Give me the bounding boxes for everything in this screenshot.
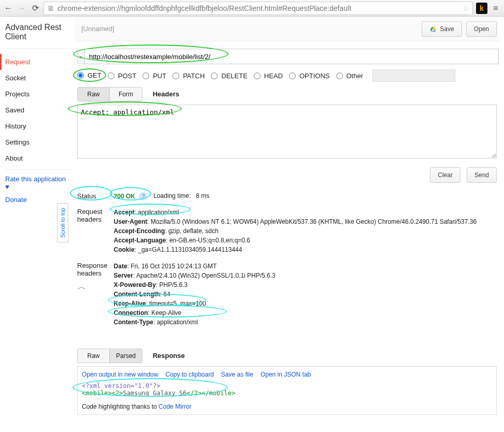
method-radio-options[interactable]: [289, 73, 296, 79]
hamburger-icon[interactable]: ≡: [491, 4, 501, 13]
info-icon[interactable]: ?: [139, 192, 147, 200]
method-get[interactable]: GET: [77, 71, 102, 79]
nav-item-projects[interactable]: Projects: [5, 86, 71, 102]
method-post[interactable]: POST: [108, 72, 136, 80]
request-name: [Unnamed]: [81, 25, 114, 33]
rate-link[interactable]: Rate this application ♥: [5, 175, 71, 191]
status-code: 200: [114, 193, 124, 200]
browser-toolbar: ← → ⟳ 🗎 chrome-extension://hgmloofddffdn…: [0, 0, 504, 17]
loading-time-value: 8 ms: [196, 192, 209, 199]
nav-item-history[interactable]: History: [5, 118, 71, 134]
nav-item-request[interactable]: Request: [0, 54, 71, 70]
method-radio-get[interactable]: [77, 72, 84, 79]
open-output-link[interactable]: Open output in new window: [82, 371, 158, 378]
method-radio-head[interactable]: [254, 73, 261, 79]
star-icon[interactable]: ☆: [463, 4, 469, 12]
method-options[interactable]: OPTIONS: [289, 72, 330, 80]
response-body: <?xml version="1.0"?> <mobile><2>Samsung…: [82, 382, 492, 397]
response-tab-raw[interactable]: Raw: [78, 349, 110, 363]
app-title: Advanced Rest Client: [5, 23, 71, 41]
method-put[interactable]: PUT: [142, 72, 166, 80]
request-headers-label: Request headers: [77, 207, 114, 255]
method-radio-post[interactable]: [108, 73, 114, 79]
header-line: Connection: Keep-Alive: [114, 308, 495, 318]
status-value: 200 OK ?: [114, 191, 154, 201]
method-radio-other[interactable]: [336, 73, 343, 79]
gdrive-icon: [429, 26, 437, 32]
headers-textarea[interactable]: Accept: application/xml: [77, 105, 497, 159]
header-line: Accept-Language: en-GB,en-US;q=0.8,en;q=…: [114, 236, 495, 245]
header-line: Server: Apache/2.4.10 (Win32) OpenSSL/1.…: [114, 271, 495, 280]
method-radio-delete[interactable]: [211, 73, 218, 79]
back-icon[interactable]: ←: [3, 4, 13, 13]
headers-tab-form[interactable]: Form: [110, 88, 142, 101]
method-radio-put[interactable]: [142, 73, 149, 79]
url-row: ▸: [77, 49, 499, 64]
header-line: X-Powered-By: PHP/5.6.3: [114, 280, 495, 290]
nav-item-saved[interactable]: Saved: [5, 102, 71, 118]
response-box: Open output in new window Copy to clipbo…: [77, 366, 497, 415]
copy-clipboard-link[interactable]: Copy to clipboard: [165, 371, 213, 378]
method-other[interactable]: Other: [336, 72, 364, 80]
divider: [5, 169, 71, 170]
response-label: Response: [153, 352, 185, 359]
credit-line: Code highlighting thanks to Code Mirror: [82, 403, 492, 410]
send-button[interactable]: Send: [467, 167, 497, 183]
headers-tab-raw[interactable]: Raw: [78, 88, 110, 101]
loading-time-label: Loading time:: [153, 192, 191, 199]
method-head[interactable]: HEAD: [254, 72, 283, 80]
response-tab-parsed[interactable]: Parsed: [110, 349, 142, 363]
response-headers-label: Response headers ︿: [77, 261, 114, 328]
omnibox-text: chrome-extension://hgmloofddffdnphfgcell…: [57, 4, 459, 12]
scroll-to-top[interactable]: Scroll to top: [57, 203, 68, 242]
header-line: User-Agent: Mozilla/5.0 (Windows NT 6.1;…: [114, 217, 495, 226]
header-line: Accept: application/xml: [114, 208, 495, 217]
headers-label: Headers: [153, 90, 179, 98]
extension-k-icon[interactable]: k: [476, 3, 487, 14]
method-delete[interactable]: DELETE: [211, 72, 248, 80]
save-file-link[interactable]: Save as file: [221, 371, 253, 378]
method-patch[interactable]: PATCH: [172, 72, 205, 80]
nav-item-settings[interactable]: Settings: [5, 134, 71, 150]
open-json-tab-link[interactable]: Open in JSON tab: [261, 371, 311, 378]
forward-icon[interactable]: →: [17, 4, 27, 13]
method-radio-patch[interactable]: [172, 73, 179, 79]
clear-button[interactable]: Clear: [430, 167, 460, 183]
nav-item-socket[interactable]: Socket: [5, 70, 71, 86]
code-mirror-link[interactable]: Code Mirror: [159, 403, 191, 410]
open-button[interactable]: Open: [466, 21, 497, 37]
method-row: GETPOSTPUTPATCHDELETEHEADOPTIONSOther: [77, 69, 499, 82]
url-input[interactable]: [84, 49, 499, 64]
save-button-label: Save: [440, 25, 454, 33]
header-line: Keep-Alive: timeout=5, max=100: [114, 299, 495, 308]
omnibox[interactable]: 🗎 chrome-extension://hgmloofddffdnphfgce…: [44, 2, 473, 15]
header-line: Content-Length: 64: [114, 290, 495, 299]
header-line: Cookie: _ga=GA1.1.1131034059.1444113444: [114, 245, 495, 254]
header-line: Content-Type: application/xml: [114, 318, 495, 327]
header-line: Accept-Encoding: gzip, deflate, sdch: [114, 226, 495, 236]
divider: [5, 48, 71, 49]
page-icon: 🗎: [47, 4, 54, 12]
method-other-input[interactable]: [372, 69, 455, 82]
url-expand-icon[interactable]: ▸: [77, 49, 84, 64]
reload-icon[interactable]: ⟳: [30, 3, 40, 13]
header-line: Date: Fri, 16 Oct 2015 10:24:13 GMT: [114, 262, 495, 271]
chevron-up-icon[interactable]: ︿: [77, 280, 87, 293]
donate-link[interactable]: Donate: [5, 196, 71, 204]
nav-item-about[interactable]: About: [5, 150, 71, 166]
save-button[interactable]: Save: [422, 21, 462, 37]
status-text: OK: [126, 193, 135, 200]
status-label: Status: [77, 192, 96, 200]
